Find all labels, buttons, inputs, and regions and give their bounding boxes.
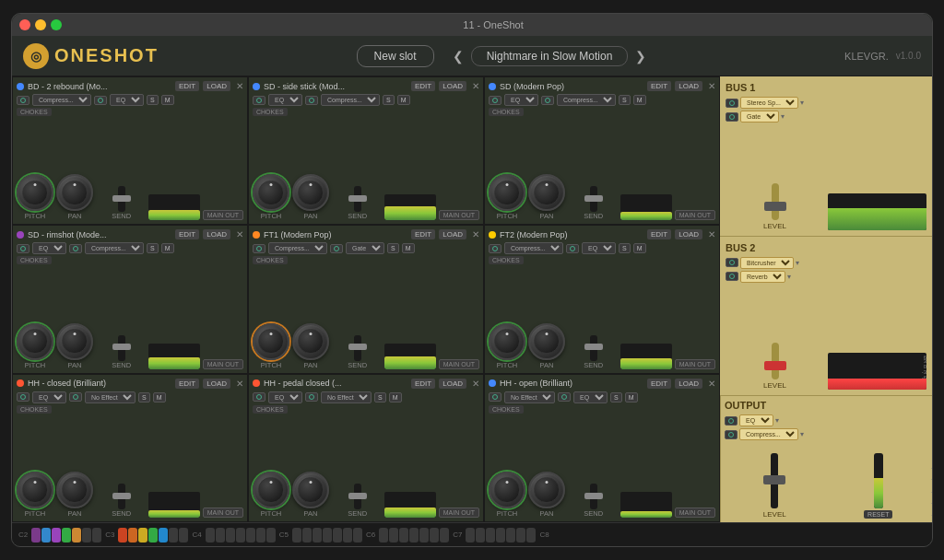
piano-note-c5-7[interactable] (353, 528, 362, 542)
slot-7-close[interactable]: ✕ (236, 379, 243, 389)
slot-2-fx1-power[interactable] (253, 96, 266, 105)
slot-1-edit[interactable]: EDIT (175, 81, 199, 91)
slot-4-close[interactable]: ✕ (236, 229, 243, 239)
slot-3-s-btn[interactable]: S (619, 95, 631, 105)
slot-1-mainout[interactable]: MAIN OUT (203, 210, 243, 220)
piano-note-c5-2[interactable] (302, 528, 312, 542)
piano-note-c6-3[interactable] (399, 528, 408, 542)
slot-6-mainout[interactable]: MAIN OUT (675, 359, 715, 369)
output-fx1-power[interactable] (725, 416, 738, 426)
bus2-fx1-power[interactable] (726, 258, 738, 267)
piano-note-c2-4[interactable] (62, 528, 71, 542)
slot-9-fx2-select[interactable]: EQ (573, 391, 608, 403)
slot-8-pitch-knob[interactable] (253, 472, 289, 508)
slot-5-edit[interactable]: EDIT (411, 229, 435, 239)
slot-9-m-btn[interactable]: M (625, 392, 638, 402)
slot-2-s-btn[interactable]: S (383, 95, 395, 105)
slot-9-edit[interactable]: EDIT (647, 379, 671, 389)
slot-5-m-btn[interactable]: M (402, 243, 415, 253)
slot-4-load[interactable]: LOAD (203, 229, 230, 239)
piano-note-c3-5[interactable] (159, 528, 168, 542)
slot-7-pan-knob[interactable] (56, 472, 93, 508)
slot-7-load[interactable]: LOAD (203, 379, 230, 389)
slot-3-fx1-power[interactable] (489, 96, 502, 105)
slot-6-pan-knob[interactable] (528, 323, 565, 360)
slot-3-fx2-power[interactable] (541, 96, 554, 105)
slot-1-fx2-power[interactable] (94, 96, 107, 105)
piano-note-c7-5[interactable] (506, 528, 515, 542)
piano-note-c5-4[interactable] (323, 528, 332, 542)
slot-5-mainout[interactable]: MAIN OUT (439, 359, 479, 369)
slot-1-close[interactable]: ✕ (236, 81, 243, 91)
bus2-fader-track[interactable] (772, 343, 779, 379)
slot-1-load[interactable]: LOAD (203, 81, 230, 91)
slot-2-pan-knob[interactable] (292, 174, 329, 211)
slot-3-m-btn[interactable]: M (633, 95, 646, 105)
slot-7-m-btn[interactable]: M (153, 392, 166, 402)
output-fx1-select[interactable]: EQ (739, 414, 773, 426)
slot-7-fx1-power[interactable] (17, 392, 30, 402)
slot-6-m-btn[interactable]: M (633, 243, 646, 253)
slot-7-mainout[interactable]: MAIN OUT (203, 508, 243, 518)
slot-2-pitch-knob[interactable] (253, 174, 289, 211)
slot-4-fx1-select[interactable]: EQ (32, 242, 66, 254)
piano-note-c5-3[interactable] (313, 528, 322, 542)
piano-note-c7-2[interactable] (476, 528, 485, 542)
piano-note-c2-5[interactable] (72, 528, 81, 542)
slot-5-fx2-power[interactable] (330, 244, 343, 253)
close-button[interactable] (19, 19, 30, 30)
slot-3-fx2-select[interactable]: Compress... (557, 94, 616, 106)
slot-2-fx2-select[interactable]: Compress... (321, 94, 380, 106)
piano-note-c6-1[interactable] (379, 528, 388, 542)
new-slot-button[interactable]: New slot (357, 45, 434, 67)
slot-8-fx1-select[interactable]: EQ (268, 391, 302, 403)
slot-2-mainout[interactable]: MAIN OUT (439, 210, 479, 220)
next-preset-button[interactable]: ❯ (635, 49, 646, 64)
slot-4-fx2-select[interactable]: Compress... (85, 242, 144, 254)
bus1-fx1-select[interactable]: Stereo Sp... (740, 97, 798, 109)
slot-5-pan-knob[interactable] (292, 323, 329, 360)
slot-3-close[interactable]: ✕ (708, 81, 715, 91)
piano-note-c6-7[interactable] (440, 528, 449, 542)
piano-note-c2-7[interactable] (92, 528, 101, 542)
slot-4-mainout[interactable]: MAIN OUT (203, 359, 243, 369)
slot-1-fx1-power[interactable] (17, 96, 30, 105)
slot-9-fx1-select[interactable]: No Effect (504, 391, 555, 403)
slot-2-edit[interactable]: EDIT (411, 81, 435, 91)
bus1-fx2-power[interactable] (726, 112, 738, 122)
slot-4-fx2-power[interactable] (69, 244, 82, 253)
slot-8-edit[interactable]: EDIT (411, 379, 435, 389)
piano-note-c3-6[interactable] (169, 528, 178, 542)
piano-note-c7-7[interactable] (526, 528, 536, 542)
slot-5-pitch-knob[interactable] (253, 323, 289, 360)
slot-4-edit[interactable]: EDIT (175, 229, 199, 239)
slot-1-s-btn[interactable]: S (147, 95, 159, 105)
slot-6-close[interactable]: ✕ (708, 229, 715, 239)
slot-8-fx2-select[interactable]: No Effect (321, 391, 372, 403)
slot-6-fx2-power[interactable] (566, 244, 579, 253)
slot-7-fx2-select[interactable]: No Effect (85, 391, 136, 403)
slot-8-pan-knob[interactable] (292, 472, 329, 508)
piano-note-c4-1[interactable] (206, 528, 215, 542)
slot-6-pitch-knob[interactable] (489, 323, 525, 360)
piano-note-c3-7[interactable] (179, 528, 188, 542)
output-fader-track[interactable] (771, 453, 778, 508)
piano-note-c2-2[interactable] (41, 528, 51, 542)
piano-note-c3-1[interactable] (118, 528, 127, 542)
bus1-fx1-power[interactable] (726, 99, 738, 108)
slot-2-fx1-select[interactable]: EQ (268, 94, 302, 106)
slot-3-pan-knob[interactable] (528, 174, 565, 211)
slot-6-load[interactable]: LOAD (675, 229, 702, 239)
piano-note-c5-5[interactable] (333, 528, 342, 542)
slot-8-fx1-power[interactable] (253, 392, 266, 402)
slot-3-fx1-select[interactable]: EQ (504, 94, 538, 106)
slot-4-pitch-knob[interactable] (17, 323, 53, 360)
piano-note-c4-2[interactable] (216, 528, 225, 542)
maximize-button[interactable] (51, 19, 62, 30)
slot-5-close[interactable]: ✕ (472, 229, 479, 239)
slot-5-fx1-select[interactable]: Compress... (268, 242, 327, 254)
slot-1-m-btn[interactable]: M (161, 95, 174, 105)
slot-5-load[interactable]: LOAD (439, 229, 466, 239)
bus2-fx1-select[interactable]: Bitcrusher (740, 257, 794, 269)
piano-note-c7-1[interactable] (466, 528, 475, 542)
